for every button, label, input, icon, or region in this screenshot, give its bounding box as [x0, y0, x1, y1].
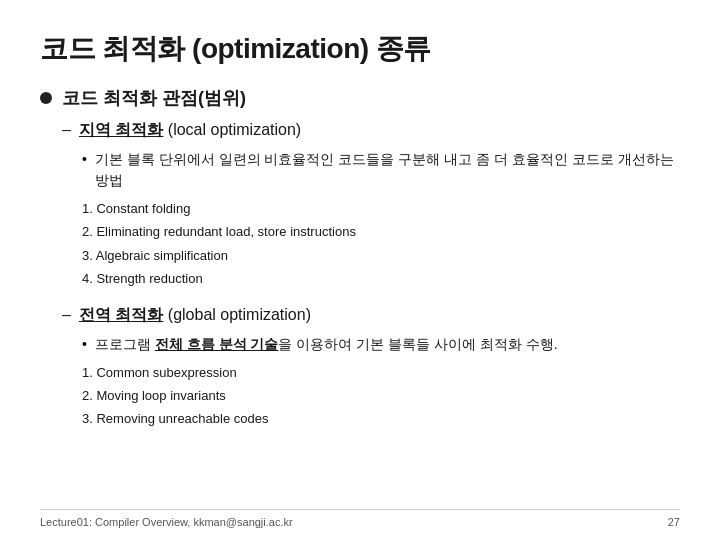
local-numbered-list: 1. Constant folding 2. Eliminating redun…	[82, 197, 680, 291]
local-bullet-dot: •	[82, 151, 87, 167]
global-bullet: • 프로그램 전체 흐름 분석 기술을 이용하여 기본 블록들 사이에 최적화 …	[82, 334, 680, 355]
local-item-1: 1. Constant folding	[82, 197, 680, 220]
main-section-title: 코드 최적화 관점(범위)	[62, 86, 246, 110]
global-title-normal: (global optimization)	[163, 306, 311, 323]
global-dash-line: – 전역 최적화 (global optimization)	[62, 305, 680, 326]
global-item-1: 1. Common subexpression	[82, 361, 680, 384]
content-block: – 지역 최적화 (local optimization) • 기본 블록 단위…	[62, 120, 680, 445]
global-section: – 전역 최적화 (global optimization) • 프로그램 전체…	[62, 305, 680, 431]
local-dash: –	[62, 121, 71, 139]
local-title: 지역 최적화 (local optimization)	[79, 120, 301, 141]
local-bullet: • 기본 블록 단위에서 일련의 비효율적인 코드들을 구분해 내고 좀 더 효…	[82, 149, 680, 191]
global-numbered-list: 1. Common subexpression 2. Moving loop i…	[82, 361, 680, 431]
local-dash-line: – 지역 최적화 (local optimization)	[62, 120, 680, 141]
local-item-3: 3. Algebraic simplification	[82, 244, 680, 267]
local-section: – 지역 최적화 (local optimization) • 기본 블록 단위…	[62, 120, 680, 291]
bullet-circle-icon	[40, 92, 52, 104]
local-title-bold: 지역 최적화	[79, 121, 163, 138]
global-dash: –	[62, 306, 71, 324]
slide-title: 코드 최적화 (optimization) 종류	[40, 30, 680, 68]
slide: 코드 최적화 (optimization) 종류 코드 최적화 관점(범위) –…	[0, 0, 720, 540]
main-section-header: 코드 최적화 관점(범위)	[40, 86, 680, 110]
global-bullet-normal: 프로그램	[95, 336, 155, 352]
global-bullet-bold: 전체 흐름 분석 기술	[155, 336, 279, 352]
global-title: 전역 최적화 (global optimization)	[79, 305, 311, 326]
global-item-2: 2. Moving loop invariants	[82, 384, 680, 407]
local-bullet-text: 기본 블록 단위에서 일련의 비효율적인 코드들을 구분해 내고 좀 더 효율적…	[95, 149, 680, 191]
footer-left: Lecture01: Compiler Overview, kkman@sang…	[40, 516, 293, 528]
slide-footer: Lecture01: Compiler Overview, kkman@sang…	[40, 509, 680, 528]
global-bullet-text: 프로그램 전체 흐름 분석 기술을 이용하여 기본 블록들 사이에 최적화 수행…	[95, 334, 558, 355]
global-bullet-dot: •	[82, 336, 87, 352]
footer-page: 27	[668, 516, 680, 528]
local-item-4: 4. Strength reduction	[82, 267, 680, 290]
local-title-normal: (local optimization)	[163, 121, 301, 138]
global-item-3: 3. Removing unreachable codes	[82, 407, 680, 430]
global-title-bold: 전역 최적화	[79, 306, 163, 323]
local-item-2: 2. Eliminating redundant load, store ins…	[82, 220, 680, 243]
global-bullet-end: 을 이용하여 기본 블록들 사이에 최적화 수행.	[278, 336, 557, 352]
